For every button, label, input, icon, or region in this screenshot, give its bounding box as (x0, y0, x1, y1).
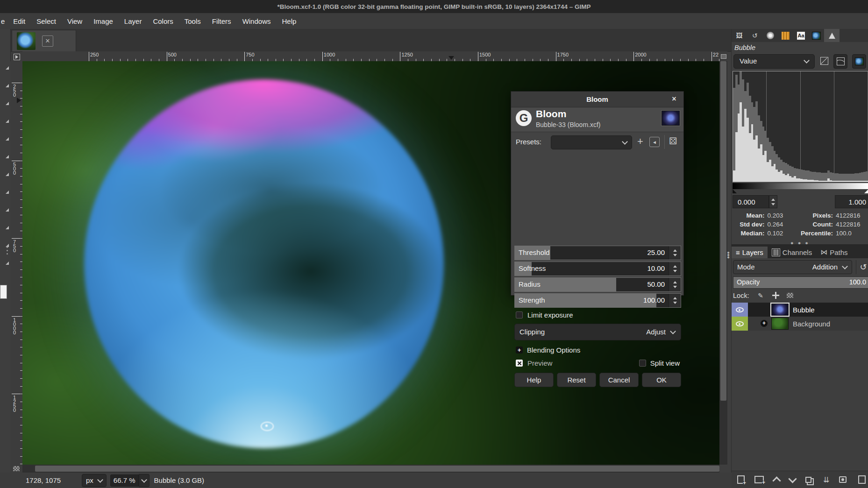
spin-up-icon[interactable] (673, 281, 677, 283)
layer-row-background[interactable]: +Background (732, 317, 868, 331)
unit-dropdown[interactable]: px (82, 474, 107, 487)
menu-item-windows[interactable]: Windows (237, 13, 277, 29)
opacity-slider[interactable]: Opacity 100.0 (733, 276, 868, 289)
quick-mask-toggle[interactable] (10, 465, 22, 473)
menu-item-select[interactable]: Select (31, 13, 62, 29)
lower-layer-button[interactable] (788, 474, 797, 483)
spin-up-icon[interactable] (771, 198, 775, 201)
slider-value[interactable]: 50.00 (647, 280, 665, 288)
presets-dropdown[interactable] (551, 135, 632, 149)
ruler-corner-button[interactable] (10, 51, 23, 62)
new-group-button[interactable]: + (754, 476, 764, 483)
menu-item-image[interactable]: Image (88, 13, 119, 29)
slider-spinner[interactable] (669, 294, 681, 307)
menu-item-filters[interactable]: Filters (206, 13, 237, 29)
menu-item-e[interactable]: e (0, 13, 7, 29)
tab-layers[interactable]: ≡Layers (732, 247, 768, 258)
color-swatch-partial[interactable] (0, 285, 7, 299)
spin-down-icon[interactable] (673, 270, 677, 272)
dock-drag-handle[interactable]: ●●● (727, 251, 730, 258)
tab-patterns[interactable] (778, 29, 793, 42)
spin-up-icon[interactable] (673, 265, 677, 268)
zoom-dropdown-button[interactable] (139, 474, 149, 487)
range-high-handle[interactable] (864, 189, 868, 193)
range-low-handle[interactable] (733, 189, 737, 193)
delete-layer-button[interactable] (858, 475, 866, 484)
horizontal-scrollbar[interactable] (22, 465, 719, 473)
slider-spinner[interactable] (669, 246, 681, 260)
menu-item-view[interactable]: View (62, 13, 88, 29)
vertical-scrollbar-thumb[interactable] (720, 61, 726, 401)
eye-icon[interactable] (736, 307, 744, 312)
new-layer-button[interactable]: + (737, 475, 745, 484)
ok-button[interactable]: OK (642, 373, 681, 387)
tab-undo-history[interactable]: ↺ (747, 29, 762, 42)
horizontal-scrollbar-thumb[interactable] (35, 466, 719, 472)
menu-item-help[interactable]: Help (276, 13, 302, 29)
menu-item-layer[interactable]: Layer (119, 13, 148, 29)
slider-value[interactable]: 25.00 (647, 248, 665, 256)
limit-exposure-row[interactable]: Limit exposure (516, 311, 573, 319)
preview-checkbox[interactable] (516, 360, 523, 367)
tab-tool-options[interactable]: 🖼︎ (732, 29, 747, 42)
lock-pixels-icon[interactable]: ✎ (757, 291, 765, 299)
clipping-dropdown[interactable]: Clipping Adjust (514, 324, 681, 340)
slider-radius[interactable]: Radius50.00 (514, 277, 681, 292)
tab-histogram[interactable] (824, 29, 840, 42)
expander-plus-icon[interactable]: + (761, 320, 768, 327)
split-view-toggle[interactable]: Split view (639, 359, 680, 367)
zoom-input[interactable]: 66.7 % (110, 474, 139, 487)
spin-down-icon[interactable] (673, 286, 677, 288)
tab-fonts[interactable]: Aa (793, 29, 809, 42)
tab-images[interactable] (809, 29, 824, 42)
add-preset-button[interactable]: + (637, 136, 643, 147)
spin-down-icon[interactable] (771, 203, 775, 205)
spin-down-icon[interactable] (673, 302, 677, 304)
log-histogram-button[interactable] (833, 54, 847, 69)
spin-up-icon[interactable] (673, 297, 677, 299)
slider-strength[interactable]: Strength100.00 (514, 293, 681, 308)
limit-exposure-checkbox[interactable] (516, 311, 523, 318)
manage-presets-icon[interactable]: ⚄ (669, 135, 677, 147)
vertical-scrollbar[interactable] (719, 61, 727, 465)
layer-row-bubble[interactable]: Bubble (732, 303, 868, 317)
layer-visibility-cell[interactable] (732, 317, 748, 331)
help-button[interactable]: Help (514, 373, 554, 387)
image-tab[interactable]: ✕ (12, 30, 76, 51)
tab-brushes[interactable] (762, 29, 778, 42)
range-low-input[interactable]: 0.000 (733, 195, 769, 208)
raise-layer-button[interactable] (772, 476, 781, 485)
menu-item-edit[interactable]: Edit (7, 13, 31, 29)
channel-dropdown[interactable]: Value (733, 54, 815, 69)
spin-down-icon[interactable] (673, 254, 677, 256)
tab-paths[interactable]: ⋈Paths (816, 246, 852, 258)
cancel-button[interactable]: Cancel (599, 373, 639, 387)
slider-value[interactable]: 10.00 (647, 264, 665, 272)
histogram-source-button[interactable] (852, 54, 866, 69)
add-mask-button[interactable] (839, 476, 847, 483)
vertical-ruler[interactable]: 25050075010001250 (10, 61, 22, 465)
dialog-close-button[interactable]: × (669, 94, 679, 104)
slider-threshold[interactable]: Threshold25.00 (514, 246, 681, 260)
menu-item-tools[interactable]: Tools (179, 13, 206, 29)
merge-down-button[interactable]: ⇊ (823, 475, 829, 484)
lock-position-icon[interactable] (772, 292, 779, 299)
dialog-titlebar[interactable]: Bloom × (511, 92, 683, 107)
linear-histogram-button[interactable] (818, 54, 831, 68)
lock-alpha-icon[interactable] (787, 293, 793, 298)
import-preset-button[interactable]: ◄ (649, 137, 660, 147)
range-low-spinner[interactable] (769, 195, 777, 208)
horizontal-ruler[interactable]: 2505007501000125015001750200022 (22, 51, 719, 61)
navigation-preview-button[interactable] (719, 51, 727, 61)
layer-visibility-cell[interactable] (732, 303, 748, 317)
slider-softness[interactable]: Softness10.00 (514, 262, 681, 276)
reset-button[interactable]: Reset (557, 373, 596, 387)
blending-options-expander[interactable]: + Blending Options (516, 346, 580, 354)
image-tab-close-icon[interactable]: ✕ (42, 35, 53, 47)
split-view-checkbox[interactable] (639, 360, 646, 367)
slider-value[interactable]: 100.00 (643, 296, 665, 304)
duplicate-layer-button[interactable] (805, 477, 811, 483)
layer-mode-dropdown[interactable]: Mode Addition (733, 260, 852, 274)
slider-spinner[interactable] (669, 262, 681, 276)
range-high-input[interactable]: 1.000 (835, 195, 868, 208)
